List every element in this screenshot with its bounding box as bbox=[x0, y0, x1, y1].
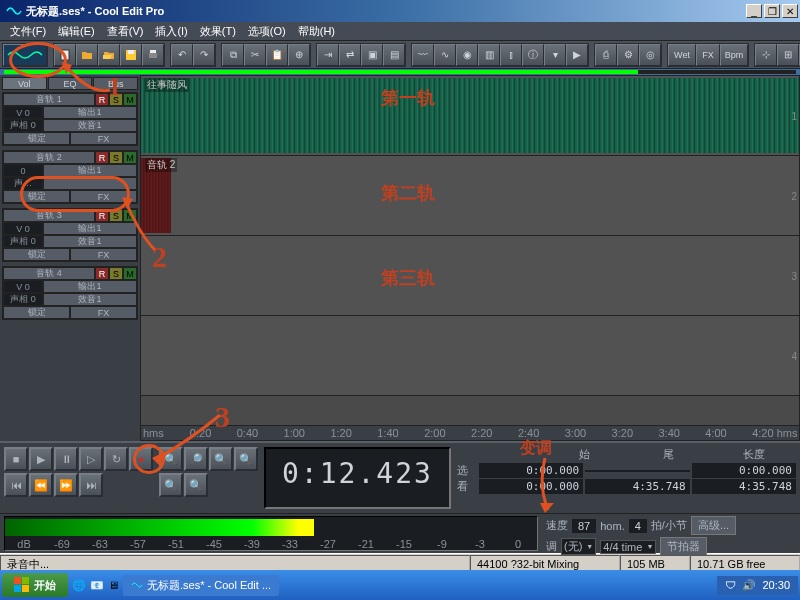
output-field[interactable]: 输出1 bbox=[43, 280, 137, 293]
zoom-to-sel-button[interactable]: 🔍 bbox=[234, 447, 258, 471]
copy-icon[interactable]: ⧉ bbox=[222, 44, 244, 66]
pause-button[interactable]: ⏸ bbox=[54, 447, 78, 471]
settings-icon[interactable]: ⚙ bbox=[617, 44, 639, 66]
mute[interactable]: M bbox=[123, 151, 137, 164]
menu-edit[interactable]: 编辑(E) bbox=[52, 22, 101, 41]
track-row-3[interactable]: 3 bbox=[141, 236, 799, 316]
fx-button[interactable]: FX bbox=[70, 306, 137, 319]
mute[interactable]: M bbox=[123, 209, 137, 222]
mute[interactable]: M bbox=[123, 93, 137, 106]
cut-icon[interactable]: ✂ bbox=[244, 44, 266, 66]
print-icon[interactable] bbox=[142, 44, 164, 66]
menu-file[interactable]: 文件(F) bbox=[4, 22, 52, 41]
stop-button[interactable]: ■ bbox=[4, 447, 28, 471]
start-button[interactable]: 开始 bbox=[2, 573, 68, 597]
bpm-button[interactable]: Bpm bbox=[720, 44, 748, 66]
record-arm[interactable]: R bbox=[95, 151, 109, 164]
timesig-dropdown[interactable]: 4/4 time bbox=[600, 540, 656, 554]
restore-button[interactable]: ❐ bbox=[764, 4, 780, 18]
record-arm[interactable]: R bbox=[95, 267, 109, 280]
key-dropdown[interactable]: (无) bbox=[561, 538, 596, 555]
menu-insert[interactable]: 插入(I) bbox=[149, 22, 193, 41]
track-row-2[interactable]: 音轨 2 2 bbox=[141, 156, 799, 236]
quicklaunch-3[interactable]: 🖥 bbox=[108, 579, 119, 591]
metronome-button[interactable]: 节拍器 bbox=[660, 537, 707, 556]
tab-vol[interactable]: Vol bbox=[2, 77, 47, 90]
track-row-4[interactable]: 4 bbox=[141, 316, 799, 396]
open2-icon[interactable] bbox=[98, 44, 120, 66]
undo-icon[interactable]: ↶ bbox=[171, 44, 193, 66]
tab-eq[interactable]: EQ bbox=[48, 77, 93, 90]
cue-icon[interactable]: ▾ bbox=[544, 44, 566, 66]
volume-field[interactable]: V 0 bbox=[3, 280, 43, 293]
track-area[interactable]: 往事随风 1 音轨 2 2 3 4 第一轨 第二轨 第三轨 hms0:200:4… bbox=[140, 75, 800, 441]
lock-button[interactable]: 锁定 bbox=[3, 190, 70, 203]
hist-icon[interactable]: ▥ bbox=[478, 44, 500, 66]
convert-icon[interactable]: ⇄ bbox=[339, 44, 361, 66]
waveform-1[interactable] bbox=[141, 78, 799, 153]
tool-b-icon[interactable]: ▤ bbox=[383, 44, 405, 66]
volume-field[interactable]: V 0 bbox=[3, 222, 43, 235]
track-row-1[interactable]: 往事随风 1 bbox=[141, 76, 799, 156]
paste-icon[interactable]: 📋 bbox=[266, 44, 288, 66]
record-button[interactable]: ● bbox=[129, 447, 153, 471]
quicklaunch-1[interactable]: 🌐 bbox=[72, 579, 86, 592]
ffwd-button[interactable]: ⏩ bbox=[54, 473, 78, 497]
fx-button[interactable]: FX bbox=[696, 44, 720, 66]
view-begin[interactable]: 0:00.000 bbox=[479, 479, 583, 494]
record-arm[interactable]: R bbox=[95, 93, 109, 106]
zoom-out-button[interactable]: 🔎 bbox=[184, 447, 208, 471]
track-name[interactable]: 音轨 1 bbox=[3, 93, 95, 106]
tool-a-icon[interactable]: ▣ bbox=[361, 44, 383, 66]
script-icon[interactable]: ⎙ bbox=[595, 44, 617, 66]
lock-button[interactable]: 锁定 bbox=[3, 132, 70, 145]
tempo-value[interactable]: 87 bbox=[572, 519, 596, 533]
info-icon[interactable]: ⓘ bbox=[522, 44, 544, 66]
solo[interactable]: S bbox=[109, 209, 123, 222]
open-icon[interactable] bbox=[76, 44, 98, 66]
zoom-full-button[interactable]: 🔍 bbox=[209, 447, 233, 471]
freq-icon[interactable]: 〰 bbox=[412, 44, 434, 66]
volume-field[interactable]: 0 bbox=[3, 164, 43, 177]
sel-len[interactable]: 0:00.000 bbox=[692, 463, 796, 478]
zoom-in-left-button[interactable]: 🔍 bbox=[159, 473, 183, 497]
view-len[interactable]: 4:35.748 bbox=[692, 479, 796, 494]
spec-icon[interactable]: ∿ bbox=[434, 44, 456, 66]
solo[interactable]: S bbox=[109, 267, 123, 280]
new-icon[interactable] bbox=[54, 44, 76, 66]
go-end-button[interactable]: ⏭ bbox=[79, 473, 103, 497]
play-button[interactable]: ▶ bbox=[29, 447, 53, 471]
cd-icon[interactable]: ◎ bbox=[639, 44, 661, 66]
sel-begin[interactable]: 0:00.000 bbox=[479, 463, 583, 478]
play-loop-button[interactable]: ▷ bbox=[79, 447, 103, 471]
output-field[interactable]: 输出1 bbox=[43, 164, 137, 177]
aux-field[interactable] bbox=[43, 177, 137, 190]
tab-bus[interactable]: Bus bbox=[93, 77, 138, 90]
fx-button[interactable]: FX bbox=[70, 190, 137, 203]
track-name[interactable]: 音轨 4 bbox=[3, 267, 95, 280]
track-name[interactable]: 音轨 2 bbox=[3, 151, 95, 164]
output-field[interactable]: 输出1 bbox=[43, 222, 137, 235]
menu-effects[interactable]: 效果(T) bbox=[194, 22, 242, 41]
advanced-button[interactable]: 高级... bbox=[691, 516, 736, 535]
trim-icon[interactable]: ⇥ bbox=[317, 44, 339, 66]
chan-icon[interactable]: ⫿ bbox=[500, 44, 522, 66]
tray-volume-icon[interactable]: 🔊 bbox=[742, 579, 756, 592]
taskbar-app[interactable]: 无标题.ses* - Cool Edit ... bbox=[123, 575, 279, 596]
redo-icon[interactable]: ↷ bbox=[193, 44, 215, 66]
record-arm[interactable]: R bbox=[95, 209, 109, 222]
zoom-in-right-button[interactable]: 🔍 bbox=[184, 473, 208, 497]
grid-icon[interactable]: ⊞ bbox=[777, 44, 799, 66]
aux-field[interactable]: 效音1 bbox=[43, 235, 137, 248]
aux-field[interactable]: 效音1 bbox=[43, 119, 137, 132]
pan-field[interactable]: 声相 0 bbox=[3, 293, 43, 306]
tray-clock[interactable]: 20:30 bbox=[762, 579, 790, 591]
go-start-button[interactable]: ⏮ bbox=[4, 473, 28, 497]
tray-icon[interactable]: 🛡 bbox=[725, 579, 736, 591]
fx-button[interactable]: FX bbox=[70, 248, 137, 261]
lock-button[interactable]: 锁定 bbox=[3, 248, 70, 261]
timeline-ruler[interactable]: hms0:200:401:001:201:402:002:202:403:003… bbox=[141, 425, 799, 440]
phase-icon[interactable]: ◉ bbox=[456, 44, 478, 66]
menu-help[interactable]: 帮助(H) bbox=[292, 22, 341, 41]
snap-icon[interactable]: ⊹ bbox=[755, 44, 777, 66]
